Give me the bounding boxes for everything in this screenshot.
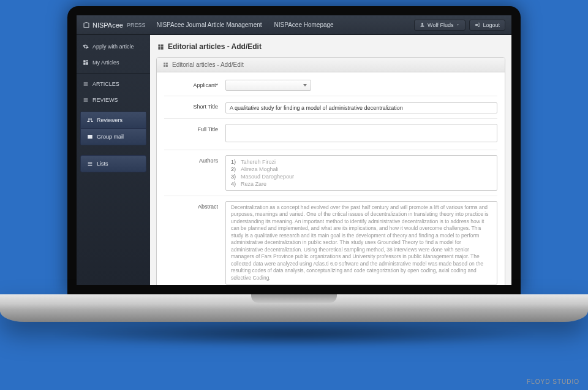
watermark: FLOYD STUDIO bbox=[527, 378, 579, 385]
content-area: Editorial articles - Add/Edit Editorial … bbox=[150, 35, 511, 285]
author-row: 3)Masoud Daroghepour bbox=[231, 173, 492, 180]
sidebar-item-articles[interactable]: ARTICLES bbox=[77, 76, 150, 92]
applicant-label: Applicant* bbox=[164, 80, 225, 91]
topbar: NISPAcee PRESS NISPAcee Journal Article … bbox=[77, 15, 511, 35]
user-icon bbox=[420, 22, 425, 28]
author-row: 1)Tahereh Firozi bbox=[231, 158, 492, 166]
sidebar-item-my-articles[interactable]: My Articles bbox=[77, 55, 150, 71]
authors-label: Authors bbox=[164, 155, 225, 191]
applicant-select[interactable] bbox=[225, 80, 311, 91]
panel-title: Editorial articles - Add/Edit bbox=[172, 61, 244, 68]
sidebar-item-group-mail[interactable]: Group mail bbox=[80, 129, 146, 145]
form-row-authors: Authors 1)Tahereh Firozi 2)Alireza Mogha… bbox=[164, 150, 497, 196]
brand-main: NISPAcee bbox=[92, 21, 123, 29]
topbar-right: Wolf Fluds Logout bbox=[414, 20, 505, 31]
logo-icon bbox=[83, 21, 90, 29]
sidebar-lists-label: Lists bbox=[97, 161, 108, 167]
page-title-text: Editorial articles - Add/Edit bbox=[168, 42, 262, 51]
sidebar-reviews-label: REVIEWS bbox=[92, 97, 118, 103]
panel-header: Editorial articles - Add/Edit bbox=[157, 58, 505, 72]
brand-sub: PRESS bbox=[127, 22, 146, 28]
users-icon bbox=[87, 117, 93, 123]
sidebar-group-mail-label: Group mail bbox=[97, 134, 124, 140]
form-row-short-title: Short Title bbox=[164, 96, 497, 119]
laptop-shadow bbox=[49, 321, 539, 347]
author-row: 2)Alireza Moghali bbox=[231, 166, 492, 173]
user-menu-button[interactable]: Wolf Fluds bbox=[414, 20, 466, 31]
abstract-textarea[interactable]: Decentralization as a concept had evolve… bbox=[225, 201, 497, 285]
sidebar-item-reviews[interactable]: REVIEWS bbox=[77, 92, 150, 108]
chevron-down-icon bbox=[456, 23, 460, 27]
lists-icon bbox=[87, 161, 93, 167]
sidebar-reviewers-label: Reviewers bbox=[97, 117, 123, 123]
author-row: 4)Reza Zare bbox=[231, 180, 492, 188]
sidebar-group: Reviewers Group mail bbox=[80, 112, 146, 145]
sidebar-item-apply[interactable]: Apply with article bbox=[77, 39, 150, 55]
sidebar-apply-label: Apply with article bbox=[92, 44, 134, 50]
short-title-input[interactable] bbox=[225, 102, 497, 113]
sidebar: Apply with article My Articles ARTICLES bbox=[77, 35, 150, 285]
abstract-label: Abstract bbox=[164, 201, 225, 285]
grid-icon bbox=[163, 62, 168, 67]
list-icon bbox=[83, 81, 89, 87]
topnav-journal-mgmt[interactable]: NISPAcee Journal Article Management bbox=[156, 21, 262, 28]
full-title-textarea[interactable] bbox=[225, 124, 497, 142]
logout-button[interactable]: Logout bbox=[469, 20, 505, 31]
page-title: Editorial articles - Add/Edit bbox=[157, 42, 505, 51]
form-row-applicant: Applicant* bbox=[164, 75, 497, 96]
form-row-abstract: Abstract Decentralization as a concept h… bbox=[164, 196, 497, 285]
topnav-homepage[interactable]: NISPAcee Homepage bbox=[274, 21, 334, 28]
sidebar-item-reviewers[interactable]: Reviewers bbox=[80, 112, 146, 129]
dashboard-icon bbox=[83, 59, 89, 66]
list-icon bbox=[83, 97, 89, 103]
sidebar-item-lists[interactable]: Lists bbox=[80, 155, 146, 172]
mail-icon bbox=[87, 134, 93, 140]
grid-icon bbox=[157, 44, 164, 50]
panel-body: Applicant* Short Title F bbox=[157, 72, 505, 285]
full-title-label: Full Title bbox=[164, 124, 225, 145]
form-panel: Editorial articles - Add/Edit Applicant*… bbox=[156, 57, 505, 285]
gear-icon bbox=[83, 44, 89, 50]
user-name: Wolf Fluds bbox=[428, 22, 453, 28]
laptop-frame: NISPAcee PRESS NISPAcee Journal Article … bbox=[0, 0, 588, 390]
laptop-notch bbox=[251, 294, 337, 303]
logout-icon bbox=[475, 22, 480, 28]
form-row-full-title: Full Title bbox=[164, 119, 497, 150]
short-title-label: Short Title bbox=[164, 101, 225, 113]
logout-label: Logout bbox=[483, 22, 500, 28]
authors-box[interactable]: 1)Tahereh Firozi 2)Alireza Moghali 3)Mas… bbox=[225, 155, 497, 191]
sidebar-my-articles-label: My Articles bbox=[92, 59, 119, 66]
sidebar-separator bbox=[77, 73, 150, 74]
app-window: NISPAcee PRESS NISPAcee Journal Article … bbox=[77, 15, 511, 285]
brand-logo[interactable]: NISPAcee PRESS bbox=[83, 21, 145, 29]
sidebar-articles-label: ARTICLES bbox=[92, 81, 119, 87]
app-body: Apply with article My Articles ARTICLES bbox=[77, 35, 511, 285]
